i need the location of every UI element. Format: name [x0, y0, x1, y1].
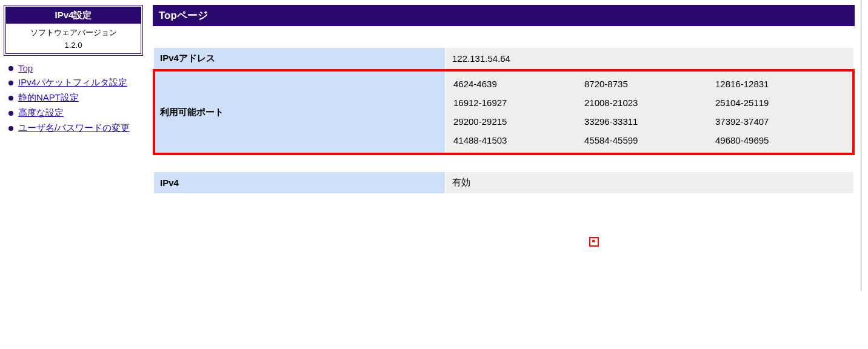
row-ipv4-address: IPv4アドレス 122.131.54.64 [154, 48, 853, 69]
sidebar: IPv4設定 ソフトウェアバージョン 1.2.0 Top IPv4パケットフィル… [0, 0, 145, 291]
bullet-icon [8, 96, 13, 101]
sidebar-info-box: IPv4設定 ソフトウェアバージョン 1.2.0 [4, 5, 143, 56]
port-range: 49680-49695 [715, 135, 846, 145]
bullet-icon [8, 66, 13, 71]
nav-link[interactable]: Top [18, 63, 33, 73]
nav-link[interactable]: IPv4パケットフィルタ設定 [18, 77, 127, 88]
ipv4-status-table: IPv4 有効 [153, 171, 855, 194]
nav-item-user-password[interactable]: ユーザ名/パスワードの変更 [8, 122, 143, 134]
nav-link[interactable]: ユーザ名/パスワードの変更 [18, 122, 130, 134]
port-range: 16912-16927 [453, 98, 584, 108]
ipv4-address-value: 122.131.54.64 [446, 48, 853, 69]
row-ipv4-status: IPv4 有効 [154, 172, 853, 193]
nav-item-advanced[interactable]: 高度な設定 [8, 107, 143, 119]
nav-item-static-napt[interactable]: 静的NAPT設定 [8, 92, 143, 104]
nav-link[interactable]: 高度な設定 [18, 107, 64, 119]
port-range: 8720-8735 [584, 79, 715, 89]
port-range: 4624-4639 [453, 79, 584, 89]
nav-item-top[interactable]: Top [8, 63, 143, 73]
port-range: 41488-41503 [453, 135, 584, 145]
port-range: 21008-21023 [584, 98, 715, 108]
highlight-marker-icon [589, 237, 599, 247]
software-version-label: ソフトウェアバージョン [6, 27, 141, 38]
port-range: 29200-29215 [453, 116, 584, 127]
port-range: 25104-25119 [715, 98, 846, 108]
port-range: 33296-33311 [584, 116, 715, 127]
bullet-icon [8, 111, 13, 116]
bullet-icon [8, 81, 13, 85]
ipv4-info-table: IPv4アドレス 122.131.54.64 利用可能ポート 4624-4639… [153, 47, 855, 155]
port-range: 37392-37407 [715, 116, 846, 127]
bullet-icon [8, 126, 13, 131]
page-title: Topページ [153, 5, 855, 26]
nav-item-packet-filter[interactable]: IPv4パケットフィルタ設定 [8, 77, 143, 88]
main-content: Topページ IPv4アドレス 122.131.54.64 利用可能ポート 46… [145, 0, 861, 291]
ports-grid: 4624-4639 8720-8735 12816-12831 16912-16… [452, 75, 847, 149]
ipv4-status-value: 有効 [446, 172, 853, 193]
nav-link[interactable]: 静的NAPT設定 [18, 92, 79, 104]
available-ports-cell: 4624-4639 8720-8735 12816-12831 16912-16… [446, 70, 853, 154]
available-ports-label: 利用可能ポート [154, 70, 445, 154]
port-range: 12816-12831 [715, 79, 846, 89]
port-range: 45584-45599 [584, 135, 715, 145]
ipv4-status-label: IPv4 [154, 172, 445, 193]
sidebar-nav: Top IPv4パケットフィルタ設定 静的NAPT設定 高度な設定 ユーザ名/パ… [8, 63, 143, 134]
ipv4-address-label: IPv4アドレス [154, 48, 445, 69]
software-version-value: 1.2.0 [6, 41, 141, 50]
row-available-ports: 利用可能ポート 4624-4639 8720-8735 12816-12831 … [154, 70, 853, 154]
sidebar-title: IPv4設定 [6, 7, 141, 24]
